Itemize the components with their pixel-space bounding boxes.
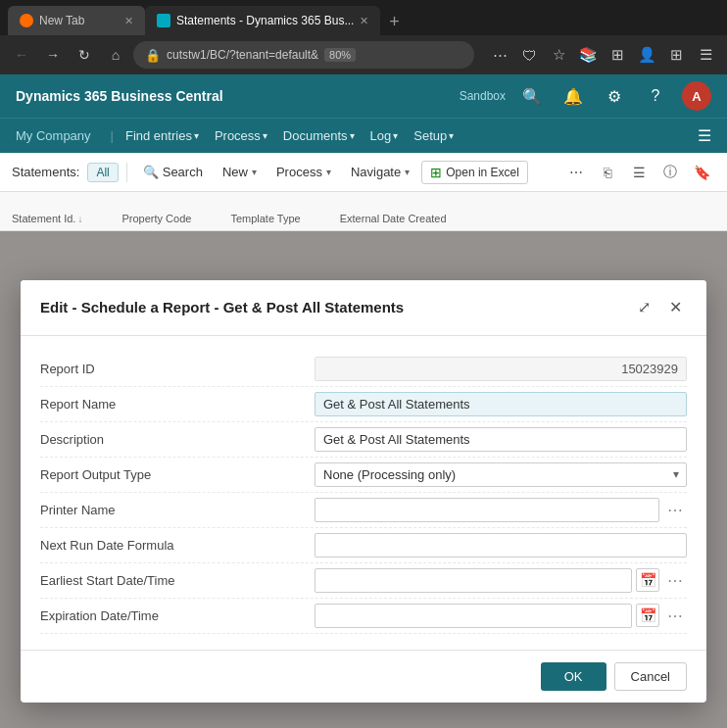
form-row-report-id: Report ID [40,352,687,387]
close-icon[interactable]: ✕ [663,296,687,319]
refresh-button[interactable]: ↻ [71,41,98,69]
dialog-title: Edit - Schedule a Report - Get & Post Al… [40,299,632,315]
expiration-field-group: 📅 ⋯ [315,604,687,628]
col-statement-id[interactable]: Statement Id. ↓ [12,213,82,230]
value-next-run [315,533,687,558]
filter-all-badge[interactable]: All [87,163,118,182]
printer-name-field-group: ⋯ [315,498,687,522]
value-description [315,427,687,452]
input-description[interactable] [315,427,687,452]
modal-overlay: Edit - Schedule a Report - Get & Post Al… [0,231,727,728]
avatar[interactable]: A [682,81,711,111]
nav-documents[interactable]: Documents ▾ [275,124,363,147]
column-options-icon[interactable]: ☰ [625,159,653,186]
open-in-excel-button[interactable]: ⊞ Open in Excel [421,161,528,184]
grid-icon[interactable]: ⊞ [662,41,690,69]
table-header: Statement Id. ↓ Property Code Template T… [0,192,727,231]
col-property-code[interactable]: Property Code [121,213,191,230]
cancel-button[interactable]: Cancel [614,662,687,691]
select-output-type[interactable]: None (Processing only) [315,462,687,487]
calendar-icon[interactable]: 📅 [636,568,659,592]
printer-name-lookup-button[interactable]: ⋯ [663,498,687,521]
search-header-icon[interactable]: 🔍 [517,81,547,111]
reading-list-icon[interactable]: 📚 [574,41,602,69]
ok-button[interactable]: OK [541,662,606,691]
chevron-down-icon: ▾ [393,130,398,141]
value-expiration: 📅 ⋯ [315,604,687,628]
form-row-description: Description [40,422,687,458]
nav-process[interactable]: Process ▾ [207,124,275,147]
col-template-type[interactable]: Template Type [230,213,300,230]
address-text: cutstw1/BC/?tenant=default& [167,48,318,62]
app-header: Dynamics 365 Business Central Sandbox 🔍 … [0,74,727,118]
help-icon[interactable]: ? [641,81,670,111]
extensions-button[interactable]: ⋯ [486,41,513,69]
col-external-date[interactable]: External Date Created [340,213,447,230]
tab-statements[interactable]: Statements - Dynamics 365 Bus... ✕ [145,6,380,35]
gear-icon[interactable]: ⚙ [600,81,629,111]
search-button[interactable]: 🔍 Search [135,161,211,183]
hamburger-icon[interactable]: ☰ [698,126,711,145]
collections-icon[interactable]: ⊞ [604,41,631,69]
new-tab-button[interactable]: + [380,8,408,35]
app-title: Dynamics 365 Business Central [16,88,460,104]
label-printer-name: Printer Name [40,503,315,517]
settings-icon[interactable]: ☰ [692,41,719,69]
form-row-printer-name: Printer Name ⋯ [40,493,687,528]
dialog-footer: OK Cancel [21,650,706,703]
input-report-name[interactable] [315,392,687,416]
sort-icon: ↓ [77,214,82,224]
value-output-type: None (Processing only) ▾ [315,462,687,487]
nav-company[interactable]: My Company [16,128,91,143]
header-right: Sandbox 🔍 🔔 ⚙ ? A [460,81,711,111]
tab-statements-close[interactable]: ✕ [360,15,368,27]
new-button[interactable]: New ▾ [215,161,265,183]
address-bar: ← → ↻ ⌂ 🔒 cutstw1/BC/?tenant=default& 80… [0,35,727,74]
input-expiration[interactable] [315,604,632,628]
input-next-run[interactable] [315,533,687,558]
expand-icon[interactable]: ⤢ [632,296,655,319]
zoom-badge: 80% [324,48,356,62]
firefox-favicon [20,14,33,27]
bell-icon[interactable]: 🔔 [558,81,588,111]
value-printer-name: ⋯ [315,498,687,522]
toolbar-sep-1 [126,163,127,182]
tab-statements-label: Statements - Dynamics 365 Bus... [176,14,354,27]
value-earliest-start: 📅 ⋯ [315,568,687,593]
chevron-down-icon: ▾ [252,167,257,177]
address-input[interactable]: 🔒 cutstw1/BC/?tenant=default& 80% [133,41,474,69]
tab-newtab[interactable]: New Tab ✕ [8,6,145,35]
info-icon[interactable]: ⓘ [656,159,684,186]
profile-icon[interactable]: 👤 [633,41,660,69]
earliest-start-lookup-button[interactable]: ⋯ [663,568,687,592]
input-report-id[interactable] [315,357,687,381]
calendar-icon[interactable]: 📅 [636,604,659,627]
star-icon[interactable]: ☆ [545,41,572,69]
tab-newtab-close[interactable]: ✕ [124,15,133,27]
navigate-button[interactable]: Navigate ▾ [343,161,417,183]
home-button[interactable]: ⌂ [102,41,129,69]
forward-button[interactable]: → [39,41,67,69]
excel-icon: ⊞ [430,165,442,180]
dialog-header: Edit - Schedule a Report - Get & Post Al… [21,280,706,336]
bookmark-icon[interactable]: 🔖 [688,159,715,186]
nav-find-entries[interactable]: Find entries ▾ [118,124,207,147]
browser-actions: ⋯ 🛡 ☆ 📚 ⊞ 👤 ⊞ ☰ [486,41,719,69]
nav-log[interactable]: Log ▾ [363,124,407,147]
input-earliest-start[interactable] [315,568,632,593]
process-button[interactable]: Process ▾ [268,161,339,183]
more-options-button[interactable]: ⋯ [562,159,590,186]
input-printer-name[interactable] [315,498,659,522]
dialog: Edit - Schedule a Report - Get & Post Al… [21,280,706,703]
nav-setup[interactable]: Setup ▾ [406,124,461,147]
value-report-name [315,392,687,416]
expiration-lookup-button[interactable]: ⋯ [663,604,687,627]
chevron-down-icon: ▾ [194,130,199,141]
shield-icon[interactable]: 🛡 [515,41,543,69]
label-expiration: Expiration Date/Time [40,608,315,623]
label-description: Description [40,432,315,447]
back-button[interactable]: ← [8,41,35,69]
toolbar-right: ⋯ ⎗ ☰ ⓘ 🔖 [562,159,715,186]
filter-icon[interactable]: ⎗ [594,159,621,186]
tab-newtab-label: New Tab [39,14,84,27]
